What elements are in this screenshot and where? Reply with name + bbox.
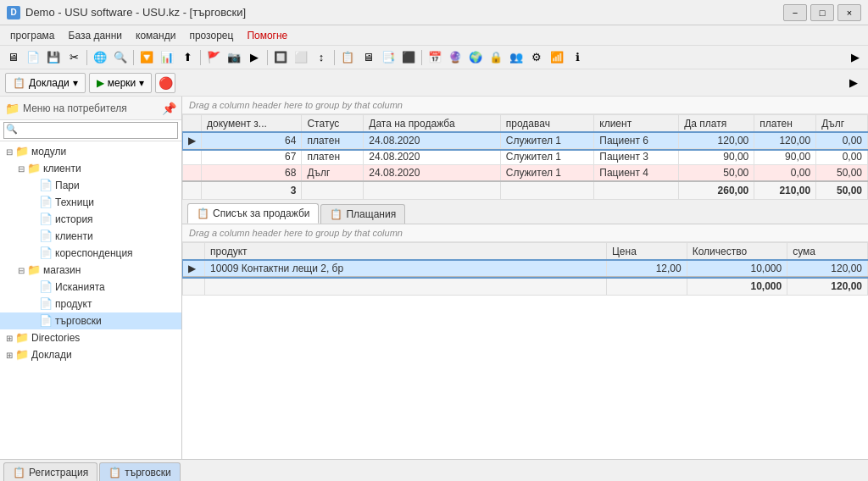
tb-btn-26[interactable]: 📶 bbox=[548, 48, 566, 67]
lcell-qty: 10,000 bbox=[687, 261, 787, 278]
toggle-magazin[interactable]: ⊟ bbox=[15, 264, 27, 276]
toggle-klienti[interactable]: ⊟ bbox=[15, 163, 27, 174]
tb-btn-3[interactable]: 💾 bbox=[44, 48, 63, 67]
toolbar-main: 🖥 📄 💾 ✂ 🌐 🔍 🔽 📊 ⬆ 🚩 📷 ▶ 🔲 ⬜ ↕ 📋 🖥 📑 ⬛ 📅 … bbox=[0, 46, 868, 69]
tb-btn-6[interactable]: 🔍 bbox=[111, 48, 130, 67]
tab-sales-list[interactable]: 📋 Списък за продажби bbox=[187, 203, 319, 224]
cell-seller-64: Служител 1 bbox=[500, 133, 594, 149]
lth-product[interactable]: продукт bbox=[205, 243, 607, 261]
close-button[interactable]: × bbox=[837, 4, 861, 21]
menu-pomogne[interactable]: Помогне bbox=[240, 28, 294, 43]
toolbar-sep-4 bbox=[267, 50, 268, 65]
tb-btn-25[interactable]: ⚙ bbox=[527, 48, 546, 67]
lth-sum[interactable]: сума bbox=[787, 243, 868, 261]
sidebar-item-directories[interactable]: ⊞ 📁 Directories bbox=[0, 329, 181, 346]
sidebar-item-istoria[interactable]: 📄 история bbox=[0, 211, 181, 228]
tb-btn-right[interactable]: ▶ bbox=[846, 48, 865, 67]
sidebar-item-produkt[interactable]: 📄 продукт bbox=[0, 296, 181, 312]
tb-btn-1[interactable]: 🖥 bbox=[3, 48, 22, 67]
tb-btn-14[interactable]: ⬜ bbox=[292, 48, 310, 67]
ltotal-empty1 bbox=[183, 277, 205, 296]
menu-baza-danni[interactable]: База данни bbox=[62, 28, 130, 43]
th-client[interactable]: клиент bbox=[594, 115, 679, 133]
sidebar-item-tehnici[interactable]: 📄 Техници bbox=[0, 194, 181, 211]
cell-client-64: Пациент 6 bbox=[594, 133, 679, 149]
reports-button[interactable]: 📋 Доклади ▾ bbox=[5, 73, 86, 93]
tb-btn-20[interactable]: 📅 bbox=[426, 48, 444, 67]
tb-btn-15[interactable]: ↕ bbox=[312, 48, 331, 67]
sidebar-pin-icon[interactable]: 📌 bbox=[162, 102, 176, 115]
refresh-button[interactable]: 🔴 bbox=[155, 73, 175, 93]
sidebar-item-moduli[interactable]: ⊟ 📁 модули bbox=[0, 143, 181, 160]
sidebar-item-iskaniqta[interactable]: 📄 Исканията bbox=[0, 279, 181, 296]
search-input[interactable] bbox=[3, 122, 178, 139]
tb-btn-11[interactable]: 📷 bbox=[225, 48, 243, 67]
minimize-button[interactable]: − bbox=[783, 4, 807, 21]
tb-btn-16[interactable]: 📋 bbox=[338, 48, 357, 67]
sidebar-item-magazin[interactable]: ⊟ 📁 магазин bbox=[0, 262, 181, 279]
th-due[interactable]: Да платя bbox=[679, 115, 754, 133]
sidebar-item-korespondencia[interactable]: 📄 кореспонденция bbox=[0, 245, 181, 262]
tb-btn-22[interactable]: 🌍 bbox=[466, 48, 485, 67]
toolbar-sep-6 bbox=[421, 50, 422, 65]
tb-btn-17[interactable]: 🖥 bbox=[359, 48, 377, 67]
toggle-istoria bbox=[27, 213, 39, 225]
tb-btn-7[interactable]: 🔽 bbox=[137, 48, 156, 67]
sidebar-item-dokladi[interactable]: ⊞ 📁 Доклади bbox=[0, 346, 181, 363]
toggle-moduli[interactable]: ⊟ bbox=[3, 146, 15, 158]
menu-prozorec[interactable]: прозорец bbox=[182, 28, 240, 43]
lth-qty[interactable]: Количество bbox=[687, 243, 787, 261]
tb-btn-19[interactable]: ⬛ bbox=[399, 48, 418, 67]
tab-payments[interactable]: 📋 Плащания bbox=[320, 204, 405, 224]
sidebar-item-pari[interactable]: 📄 Пари bbox=[0, 177, 181, 194]
th-status[interactable]: Статус bbox=[302, 115, 364, 133]
measures-label: мерки bbox=[108, 77, 136, 89]
tb-btn-10[interactable]: 🚩 bbox=[204, 48, 223, 67]
tab-payments-label: Плащания bbox=[346, 208, 396, 220]
cell-debt-67: 0,00 bbox=[816, 149, 868, 165]
lth-price[interactable]: Цена bbox=[606, 243, 687, 261]
tb-btn-4[interactable]: ✂ bbox=[64, 48, 83, 67]
cell-date-67: 24.08.2020 bbox=[364, 149, 500, 165]
tb-btn-9[interactable]: ⬆ bbox=[178, 48, 197, 67]
th-doc-num[interactable]: документ з... bbox=[202, 115, 302, 133]
bottom-tab-turgovski[interactable]: 📋 търговски bbox=[99, 462, 181, 481]
tb-btn-12[interactable]: ▶ bbox=[245, 48, 264, 67]
toggle-dokladi[interactable]: ⊞ bbox=[3, 349, 15, 361]
table-row[interactable]: 67 платен 24.08.2020 Служител 1 Пациент … bbox=[183, 149, 868, 165]
ltotal-empty2 bbox=[205, 277, 607, 296]
tb-btn-23[interactable]: 🔒 bbox=[487, 48, 505, 67]
lower-table: продукт Цена Количество сума ▶ 10009 Кон… bbox=[182, 242, 868, 296]
tb-btn-24[interactable]: 👥 bbox=[507, 48, 526, 67]
bottom-tab-registracia[interactable]: 📋 Регистрация bbox=[3, 462, 97, 481]
tb-btn-27[interactable]: ℹ bbox=[568, 48, 587, 67]
tb-btn-2[interactable]: 📄 bbox=[24, 48, 42, 67]
doc-istoria-icon: 📄 bbox=[39, 213, 53, 226]
measures-button[interactable]: ▶ мерки ▾ bbox=[89, 73, 153, 93]
table-row[interactable]: 68 Дълг 24.08.2020 Служител 1 Пациент 4 … bbox=[183, 165, 868, 182]
table-row[interactable]: ▶ 64 платен 24.08.2020 Служител 1 Пациен… bbox=[183, 133, 868, 149]
tb-btn-13[interactable]: 🔲 bbox=[271, 48, 290, 67]
tabs-row: 📋 Списък за продажби 📋 Плащания bbox=[182, 200, 868, 224]
menu-programa[interactable]: програма bbox=[3, 28, 62, 43]
doc-kores-icon: 📄 bbox=[39, 246, 53, 260]
upper-table: документ з... Статус Дата на продажба пр… bbox=[182, 114, 868, 200]
table-row[interactable]: ▶ 10009 Контактни лещи 2, бр 12,00 10,00… bbox=[183, 261, 868, 278]
menu-komandi[interactable]: команди bbox=[129, 28, 182, 43]
tb-btn-21[interactable]: 🔮 bbox=[446, 48, 465, 67]
maximize-button[interactable]: □ bbox=[810, 4, 834, 21]
total-paid: 210,00 bbox=[754, 181, 816, 200]
sidebar-item-klienti-leaf[interactable]: 📄 клиенти bbox=[0, 228, 181, 245]
tb-btn-8[interactable]: 📊 bbox=[158, 48, 176, 67]
tb-btn-18[interactable]: 📑 bbox=[379, 48, 398, 67]
th-paid[interactable]: платен bbox=[754, 115, 816, 133]
sidebar-item-turgovski[interactable]: 📄 търговски bbox=[0, 312, 181, 329]
cell-client-68: Пациент 4 bbox=[594, 165, 679, 182]
toolbar2-right[interactable]: ▶ bbox=[844, 74, 863, 92]
sidebar-item-klienti-group[interactable]: ⊟ 📁 клиенти bbox=[0, 160, 181, 177]
th-debt[interactable]: Дълг bbox=[816, 115, 868, 133]
tb-btn-5[interactable]: 🌐 bbox=[91, 48, 109, 67]
toggle-directories[interactable]: ⊞ bbox=[3, 332, 15, 344]
th-date[interactable]: Дата на продажба bbox=[364, 115, 500, 133]
th-seller[interactable]: продавач bbox=[500, 115, 594, 133]
